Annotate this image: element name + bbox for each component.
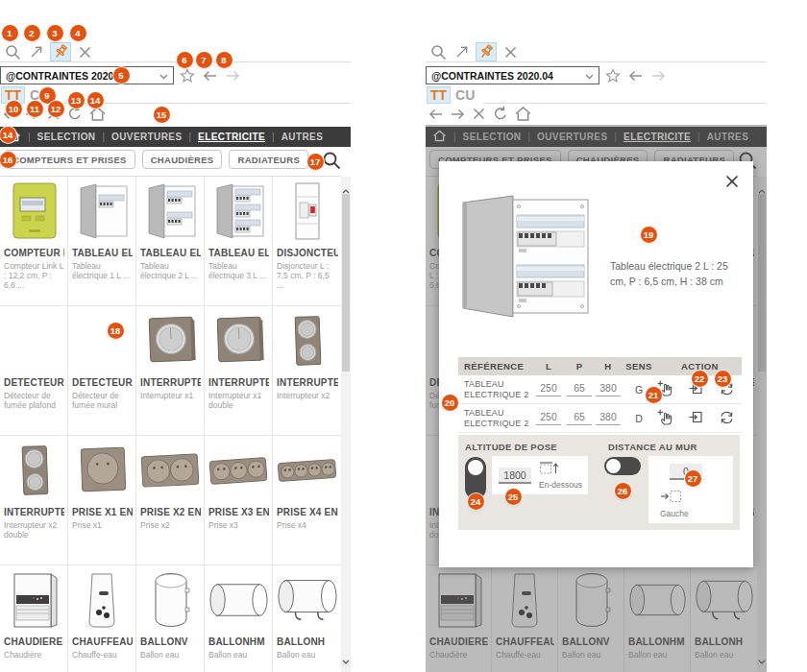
length-input[interactable]: 250: [536, 411, 561, 425]
scrollbar-thumb[interactable]: [342, 194, 350, 372]
back-arrow-icon[interactable]: [428, 108, 444, 125]
product-card[interactable]: INTERRUPTEU...Interrupteur x1 double: [205, 306, 273, 436]
arrow-ne-icon[interactable]: [26, 42, 47, 61]
depth-input[interactable]: 65: [567, 382, 592, 396]
magnifier-icon[interactable]: [2, 42, 23, 61]
step-badge: 1: [2, 25, 18, 41]
menu-item-electricite[interactable]: ELECTRICITE: [198, 132, 265, 142]
product-card[interactable]: INTERRUPTEU...Interrupteur x1: [136, 306, 205, 436]
product-card[interactable]: PRISE X1 ENCA...Prise x1: [68, 436, 136, 565]
product-card[interactable]: PRISE X4 ENC...Prise x4: [273, 436, 341, 565]
insert-box-icon[interactable]: [689, 410, 703, 426]
header-p: P: [566, 361, 593, 372]
product-desc: Ballon eau: [208, 650, 269, 660]
interrupteur-x1-image: [140, 310, 201, 372]
magnifier-icon[interactable]: [428, 42, 449, 61]
forward-arrow-icon[interactable]: [225, 69, 241, 86]
close-icon[interactable]: [500, 42, 521, 61]
tableau-1-image: [72, 180, 133, 242]
forward-arrow-icon[interactable]: [450, 108, 466, 125]
home-icon[interactable]: [88, 106, 107, 126]
arrow-ne-icon[interactable]: [452, 42, 473, 61]
table-row: TABLEAU ELECTRIQUE 225065380D: [458, 404, 742, 433]
product-desc: Interrupteur x1 double: [208, 391, 269, 410]
length-input[interactable]: 250: [536, 382, 561, 396]
toggle-knob: [468, 460, 483, 475]
toggle-knob: [606, 459, 621, 473]
step-badge: 5: [113, 67, 130, 84]
history-nav-row: [428, 106, 532, 126]
place-hand-icon[interactable]: [656, 409, 673, 427]
star-icon[interactable]: [605, 68, 621, 87]
product-card[interactable]: TABLEAU ELE...Tableau électrique 3 L ...: [205, 177, 273, 306]
product-card[interactable]: CHAUFFEAUChauffe-eau: [68, 565, 136, 672]
search-icon[interactable]: [322, 151, 341, 174]
step-badge: 26: [615, 483, 631, 499]
constraints-dropdown[interactable]: @CONTRAINTES 2020.04: [426, 66, 599, 84]
product-title: DISJONCTEUR: [277, 248, 338, 258]
refresh-icon[interactable]: [492, 106, 508, 126]
product-card[interactable]: BALLONHMBallon eau: [205, 565, 273, 672]
sens-value: D: [624, 413, 654, 424]
altitude-input[interactable]: 1800: [499, 468, 531, 484]
step-badge: 22: [692, 371, 708, 387]
product-card[interactable]: INTERRUPTEU...Interrupteur x2 double: [0, 436, 68, 565]
refresh-icon[interactable]: [66, 106, 83, 126]
distance-toggle[interactable]: [604, 457, 641, 475]
menu-item-ouvertures[interactable]: OUVERTURES: [111, 132, 182, 142]
constraints-dropdown[interactable]: @CONTRAINTES 2020.04: [0, 66, 174, 84]
product-card[interactable]: DISJONCTEURDisjoncteur L : 7,5 cm, P : 6…: [273, 177, 341, 306]
menu-item-selection[interactable]: SELECTION: [37, 132, 96, 142]
flip-icon[interactable]: [719, 410, 735, 427]
depth-input[interactable]: 65: [567, 411, 592, 425]
tab-chaudieres[interactable]: CHAUDIÈRES: [142, 150, 223, 169]
scrollbar[interactable]: [341, 177, 351, 672]
product-card[interactable]: TABLEAU ELE...Tableau électrique 2 L ...: [136, 177, 205, 306]
product-desc: Détecteur de fumée mural: [72, 391, 133, 410]
product-title: INTERRUPTEU...: [4, 507, 64, 517]
blank-image: [72, 310, 133, 372]
tab-compteurs-et-prises[interactable]: COMPTEURS ET PRISES: [4, 150, 135, 169]
product-card[interactable]: PRISE X2 ENC...Prise x2: [136, 436, 205, 565]
close-icon[interactable]: [472, 107, 486, 125]
pin-icon[interactable]: [50, 42, 71, 61]
dropdown-value: @CONTRAINTES 2020.04: [431, 70, 553, 82]
category-tabs: COMPTEURS ET PRISES CHAUDIÈRES RADIATEUR…: [4, 150, 308, 169]
height-input[interactable]: 380: [596, 411, 621, 425]
product-card[interactable]: PRISE X3 ENC...Prise x3: [205, 436, 273, 565]
reference-table: RÉFÉRENCE L P H SENS ACTION TABLEAU ELEC…: [458, 357, 742, 433]
step-badge: 15: [154, 107, 170, 123]
scroll-down-icon[interactable]: [342, 651, 350, 668]
pin-icon[interactable]: [476, 42, 497, 61]
home-icon[interactable]: [514, 106, 532, 126]
forward-arrow-icon[interactable]: [650, 69, 667, 86]
close-icon[interactable]: [74, 42, 95, 61]
product-card[interactable]: TABLEAU ELE...Tableau électrique 1 L ...: [68, 177, 136, 306]
product-card[interactable]: CHAUDIEREChaudière: [0, 565, 68, 672]
back-arrow-icon[interactable]: [202, 69, 218, 86]
product-card[interactable]: COMPTEUR LINKCompteur Link L : 12,2 cm, …: [0, 177, 68, 306]
close-icon[interactable]: [724, 174, 740, 193]
star-icon[interactable]: [180, 68, 195, 87]
tab-tt[interactable]: TT: [427, 86, 451, 104]
product-card[interactable]: DETECTEUR F...Détecteur de fumée mural: [68, 306, 136, 436]
product-title: INTERRUPTEU...: [277, 377, 338, 388]
step-badge: 8: [216, 52, 232, 68]
step-badge: 21: [646, 387, 662, 403]
altitude-label: ALTITUDE DE POSE: [465, 442, 557, 452]
product-card[interactable]: BALLONVBallon eau: [136, 565, 205, 672]
back-arrow-icon[interactable]: [627, 69, 644, 86]
height-input[interactable]: 380: [596, 382, 621, 396]
ballon-hm-image: [208, 569, 269, 631]
product-card[interactable]: INTERRUPTEU...Interrupteur x2: [273, 306, 341, 436]
menu-item-autres[interactable]: AUTRES: [281, 132, 324, 142]
step-badge: 24: [468, 493, 484, 510]
product-card[interactable]: DETECTEUR F...Détecteur de fumée plafond: [0, 306, 68, 436]
product-card[interactable]: BALLONHBallon eau: [273, 565, 341, 672]
tab-radiateurs[interactable]: RADIATEURS: [229, 150, 308, 169]
tab-cu[interactable]: CU: [455, 87, 475, 104]
product-title: INTERRUPTEU...: [140, 377, 201, 388]
ballon-v-image: [140, 569, 201, 631]
product-title: BALLONH: [277, 636, 338, 647]
ballon-h-image: [277, 569, 338, 631]
